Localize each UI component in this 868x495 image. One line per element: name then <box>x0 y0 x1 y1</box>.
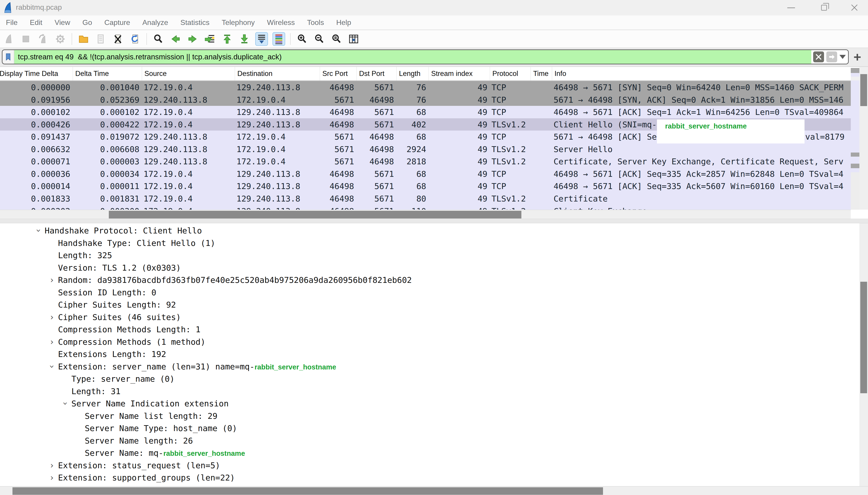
packet-row[interactable]: 0.0000710.000003129.240.113.8172.19.0.45… <box>0 155 851 168</box>
detail-line[interactable]: ›Handshake Protocol: Client Hello <box>0 224 860 237</box>
close-button[interactable] <box>841 0 868 15</box>
detail-line[interactable]: Extensions Length: 192 <box>0 348 860 360</box>
column-header-source[interactable]: Source <box>142 67 235 81</box>
detail-line[interactable]: Compression Methods Length: 1 <box>0 323 860 336</box>
go-to-packet-button[interactable] <box>204 33 216 45</box>
column-header-delta-time[interactable]: Delta Time <box>72 67 142 81</box>
packet-row[interactable]: 0.0000000.001040172.19.0.4129.240.113.84… <box>0 81 851 93</box>
auto-scroll-button[interactable] <box>256 33 268 45</box>
chevron-right-icon[interactable]: › <box>47 472 56 484</box>
menu-tools[interactable]: Tools <box>307 18 324 27</box>
display-filter-input[interactable]: tcp.stream eq 49 && !(tcp.analysis.retra… <box>14 50 811 64</box>
filter-apply-button[interactable] <box>826 51 837 62</box>
packet-row[interactable]: 0.0018330.001831172.19.0.4129.240.113.84… <box>0 192 851 205</box>
column-header-length[interactable]: Length <box>396 67 428 81</box>
file-close-button[interactable] <box>112 33 124 45</box>
restore-button[interactable] <box>811 0 838 15</box>
zoom-reset-button[interactable] <box>330 33 342 45</box>
detail-line[interactable]: Server Name Type: host_name (0) <box>0 422 860 434</box>
packet-row[interactable]: 0.0000360.000034172.19.0.4129.240.113.84… <box>0 168 851 180</box>
pane-splitter[interactable] <box>0 219 868 223</box>
file-reload-button[interactable] <box>129 33 141 45</box>
go-back-button[interactable] <box>170 33 181 45</box>
column-header-dst-port[interactable]: Dst Port <box>356 67 396 81</box>
menu-wireless[interactable]: Wireless <box>267 18 295 27</box>
colorize-button[interactable] <box>273 33 285 45</box>
menu-edit[interactable]: Edit <box>30 18 42 27</box>
detail-line[interactable]: Server Name: mq-rabbit_server_hostname <box>0 447 860 459</box>
packet-row[interactable]: 0.0000140.000011172.19.0.4129.240.113.84… <box>0 180 851 192</box>
detail-hscrollbar-thumb[interactable] <box>13 487 603 495</box>
file-save-button[interactable] <box>95 33 106 45</box>
packet-list-vscrollbar-thumb[interactable] <box>860 74 867 106</box>
packet-list-vscrollbar[interactable] <box>860 67 868 210</box>
detail-line[interactable]: Length: 31 <box>0 385 860 397</box>
detail-line[interactable]: ›Extension: status_request (len=5) <box>0 459 860 472</box>
menu-file[interactable]: File <box>6 18 18 27</box>
find-packet-button[interactable] <box>152 33 164 45</box>
minimize-button[interactable] <box>778 0 805 15</box>
detail-line[interactable]: Server Name length: 26 <box>0 434 860 447</box>
menu-view[interactable]: View <box>55 18 70 27</box>
go-forward-button[interactable] <box>187 33 199 45</box>
menu-statistics[interactable]: Statistics <box>181 18 209 27</box>
detail-line[interactable]: ›Extension: ec_point_formats (len=2) <box>0 484 860 487</box>
column-header-protocol[interactable]: Protocol <box>490 67 530 81</box>
filter-bookmark-button[interactable] <box>2 50 14 64</box>
detail-vscrollbar-thumb[interactable] <box>860 282 867 393</box>
filter-history-dropdown[interactable] <box>839 55 846 59</box>
column-header-src-port[interactable]: Src Port <box>320 67 356 81</box>
resize-columns-button[interactable] <box>348 33 359 45</box>
detail-line[interactable]: Session ID Length: 0 <box>0 286 860 299</box>
column-header-destination[interactable]: Destination <box>235 67 320 81</box>
capture-restart-button[interactable] <box>37 33 49 45</box>
chevron-right-icon[interactable]: › <box>47 311 56 323</box>
column-header-info[interactable]: Info <box>552 67 851 81</box>
menu-capture[interactable]: Capture <box>104 18 130 27</box>
detail-line[interactable]: Handshake Type: Client Hello (1) <box>0 237 860 249</box>
detail-line[interactable]: ›Extension: server_name (len=31) name=mq… <box>0 360 860 373</box>
detail-line[interactable]: Cipher Suites Length: 92 <box>0 298 860 311</box>
column-header-time[interactable]: Time <box>530 67 552 81</box>
chevron-right-icon[interactable]: › <box>47 274 56 286</box>
detail-line[interactable]: Length: 325 <box>0 249 860 261</box>
intelligent-scrollbar-minimap[interactable] <box>851 68 860 210</box>
packet-list-hscrollbar[interactable] <box>0 210 851 219</box>
go-bottom-button[interactable] <box>238 33 250 45</box>
detail-line[interactable]: ›Compression Methods (1 method) <box>0 336 860 348</box>
detail-line[interactable]: Type: server_name (0) <box>0 373 860 385</box>
detail-line[interactable]: Server Name list length: 29 <box>0 410 860 422</box>
menu-analyze[interactable]: Analyze <box>142 18 168 27</box>
detail-vscrollbar[interactable] <box>860 223 868 486</box>
menu-telephony[interactable]: Telephony <box>222 18 255 27</box>
zoom-in-button[interactable] <box>296 33 308 45</box>
capture-start-button[interactable] <box>3 33 15 45</box>
column-header-display-time-delta[interactable]: Display Time Delta <box>0 67 72 81</box>
packet-row[interactable]: 0.0002020.000200172.19.0.4129.240.113.84… <box>0 205 851 210</box>
packet-row[interactable]: 0.0919560.052369129.240.113.8172.19.0.45… <box>0 93 851 106</box>
detail-line[interactable]: ›Cipher Suites (46 suites) <box>0 311 860 323</box>
detail-hscrollbar[interactable] <box>0 486 868 495</box>
detail-line[interactable]: ›Server Name Indication extension <box>0 397 860 410</box>
filter-clear-button[interactable] <box>813 51 824 62</box>
filter-add-button[interactable]: + <box>851 50 864 64</box>
go-top-button[interactable] <box>221 33 233 45</box>
chevron-right-icon[interactable]: › <box>47 459 56 472</box>
packet-list-hscrollbar-thumb[interactable] <box>109 211 522 219</box>
chevron-down-icon[interactable]: › <box>32 226 45 235</box>
detail-line[interactable]: Version: TLS 1.2 (0x0303) <box>0 261 860 274</box>
zoom-out-button[interactable] <box>313 33 325 45</box>
packet-row[interactable]: 0.0001020.000102172.19.0.4129.240.113.84… <box>0 106 851 118</box>
detail-line[interactable]: ›Extension: supported_groups (len=22) <box>0 472 860 484</box>
chevron-down-icon[interactable]: › <box>46 362 58 371</box>
menu-help[interactable]: Help <box>336 18 351 27</box>
chevron-right-icon[interactable]: › <box>47 484 56 487</box>
chevron-right-icon[interactable]: › <box>47 336 56 348</box>
capture-options-button[interactable] <box>54 33 66 45</box>
chevron-down-icon[interactable]: › <box>59 399 72 408</box>
column-header-stream-index[interactable]: Stream index <box>428 67 490 81</box>
packet-row[interactable]: 0.0066320.006608129.240.113.8172.19.0.45… <box>0 143 851 155</box>
detail-line[interactable]: ›Random: da938176bacdbfd363fb07fe40e25c5… <box>0 274 860 286</box>
menu-go[interactable]: Go <box>82 18 92 27</box>
capture-stop-button[interactable] <box>20 33 32 45</box>
